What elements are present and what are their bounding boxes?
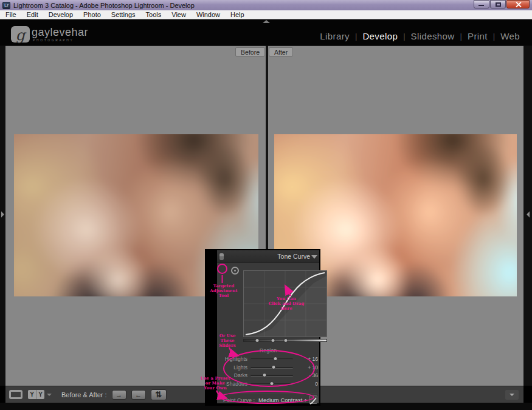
panel-collapse-icon[interactable] — [311, 255, 317, 259]
region-annotation-ellipse — [223, 350, 315, 387]
window-titlebar: Lr Lightroom 3 Catalog - Adobe Photoshop… — [0, 0, 532, 10]
yy-left: Y — [28, 390, 36, 399]
highlight-split-knob[interactable] — [284, 338, 288, 343]
left-panel-reveal-icon[interactable] — [1, 211, 4, 217]
after-view-tab: After — [269, 47, 293, 56]
minimize-button[interactable] — [474, 0, 489, 9]
tat-annotation-text: Targeted Adjustment Tool — [205, 284, 243, 298]
identity-plate: g gaylevehar PHOTOGRAPHY — [11, 26, 88, 43]
menu-edit[interactable]: Edit — [27, 11, 38, 18]
menu-develop[interactable]: Develop — [49, 11, 73, 18]
brand-name: gaylevehar — [32, 26, 88, 38]
menu-settings[interactable]: Settings — [111, 11, 136, 18]
tat-annotation-ring — [217, 264, 227, 274]
maximize-button[interactable] — [490, 0, 506, 9]
view-mode-caret-icon[interactable] — [47, 394, 52, 396]
panel-switch-icon[interactable] — [219, 253, 224, 260]
menu-view[interactable]: View — [171, 11, 186, 18]
minimize-icon — [478, 5, 484, 6]
shadow-split-knob[interactable] — [255, 338, 259, 343]
sliders-annotation-text: Or Use These Sliders — [209, 333, 246, 348]
yy-right: Y — [36, 390, 44, 399]
module-picker: Library | Develop | Slideshow | Print | … — [320, 31, 520, 41]
midtone-split-knob[interactable] — [271, 338, 275, 343]
top-panel-reveal-icon[interactable] — [263, 20, 270, 23]
point-curve-annotation-ellipse — [219, 391, 314, 404]
module-develop[interactable]: Develop — [362, 31, 398, 41]
module-library[interactable]: Library — [320, 31, 350, 41]
copy-before-to-after-button[interactable]: → — [112, 390, 126, 400]
lightroom-app-icon: Lr — [2, 2, 10, 9]
menu-window[interactable]: Window — [196, 11, 220, 18]
swap-before-after-button[interactable]: ⇅ — [151, 389, 167, 400]
close-icon — [516, 2, 521, 7]
brand-logo-icon: g — [11, 26, 30, 43]
module-separator: | — [403, 32, 405, 41]
copy-after-to-before-button[interactable]: ← — [131, 390, 146, 400]
menu-file[interactable]: File — [5, 11, 16, 18]
brand-tagline: PHOTOGRAPHY — [33, 38, 88, 42]
shadows-value: 0 — [301, 381, 318, 387]
module-separator: | — [355, 32, 357, 41]
module-separator: | — [493, 32, 495, 41]
menu-bar: File Edit Develop Photo Settings Tools V… — [0, 10, 532, 19]
split-point-slider-track[interactable] — [243, 339, 327, 342]
loupe-view-icon[interactable] — [9, 390, 22, 399]
module-slideshow[interactable]: Slideshow — [411, 31, 455, 41]
menu-help[interactable]: Help — [230, 11, 244, 18]
window-title: Lightroom 3 Catalog - Adobe Photoshop Li… — [13, 2, 474, 9]
tone-curve-overlay: Tone Curve Region Highlights + 16 — [205, 249, 320, 406]
menu-photo[interactable]: Photo — [83, 11, 101, 18]
right-panel-reveal-icon[interactable] — [527, 211, 530, 217]
before-view-tab: Before — [235, 47, 265, 56]
close-button[interactable] — [506, 0, 530, 9]
toolbar-options-dropdown[interactable] — [505, 390, 519, 400]
preset-annotation-text: Use a Preset or Make Your Own — [196, 376, 234, 391]
module-separator: | — [460, 32, 462, 41]
module-print[interactable]: Print — [468, 31, 488, 41]
menu-tools[interactable]: Tools — [146, 11, 162, 18]
tone-curve-header[interactable]: Tone Curve — [217, 250, 319, 263]
module-web[interactable]: Web — [500, 31, 520, 41]
maximize-icon — [496, 2, 501, 7]
before-after-view-button[interactable]: Y Y — [28, 390, 44, 399]
before-after-label: Before & After : — [61, 391, 107, 398]
targeted-adjustment-tool-icon[interactable] — [231, 267, 239, 275]
drag-annotation-text: You Can Click and Drag Here — [263, 296, 310, 311]
tone-curve-title: Tone Curve — [277, 253, 310, 260]
